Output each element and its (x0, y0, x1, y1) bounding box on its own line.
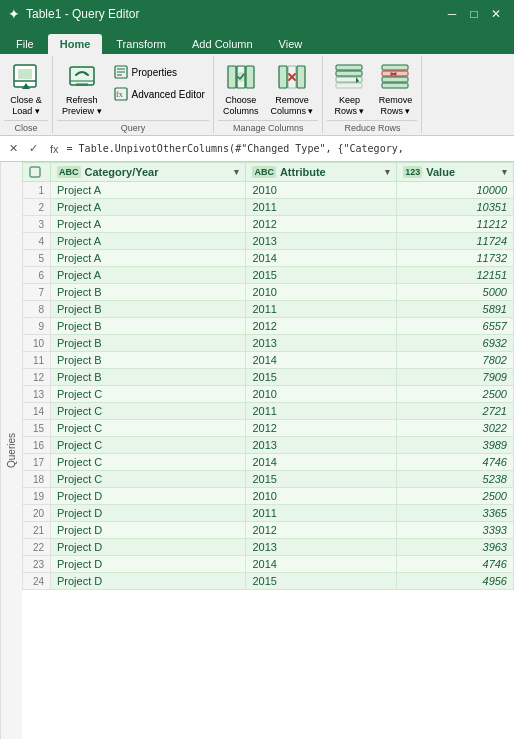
col-filter-category-button[interactable]: ▾ (234, 167, 239, 177)
row-number: 13 (23, 386, 51, 403)
table-row[interactable]: 16Project C20133989 (23, 437, 514, 454)
row-number: 7 (23, 284, 51, 301)
main-area: Queries ABC Category/Year ▾ (0, 162, 514, 739)
close-load-button[interactable]: Close &Load ▾ (4, 58, 48, 120)
ribbon-group-close: Close &Load ▾ Close (0, 56, 53, 133)
col-header-attribute: ABC Attribute ▾ (246, 163, 397, 182)
table-row[interactable]: 20Project D20113365 (23, 505, 514, 522)
query-group-label: Query (57, 120, 209, 133)
cell-value: 3989 (397, 437, 514, 454)
table-row[interactable]: 3Project A201211212 (23, 216, 514, 233)
formula-cancel-button[interactable]: ✕ (4, 140, 22, 158)
table-row[interactable]: 13Project C20102500 (23, 386, 514, 403)
cell-category: Project C (51, 437, 246, 454)
cell-attribute: 2015 (246, 267, 397, 284)
svg-rect-14 (246, 66, 254, 88)
keep-rows-icon (333, 61, 365, 93)
formula-input[interactable] (67, 143, 510, 154)
refresh-preview-button[interactable]: RefreshPreview ▾ (57, 58, 107, 120)
table-row[interactable]: 7Project B20105000 (23, 284, 514, 301)
cell-value: 10000 (397, 182, 514, 199)
table-row[interactable]: 2Project A201110351 (23, 199, 514, 216)
choose-columns-button[interactable]: ChooseColumns (218, 58, 264, 120)
col-type-text-icon: ABC (57, 166, 81, 178)
queries-panel[interactable]: Queries (0, 162, 22, 739)
ribbon-group-query: RefreshPreview ▾ Properties (53, 56, 214, 133)
formula-accept-button[interactable]: ✓ (24, 140, 42, 158)
table-row[interactable]: 22Project D20133963 (23, 539, 514, 556)
table-row[interactable]: 23Project D20144746 (23, 556, 514, 573)
col-header-attribute-label: Attribute (280, 166, 326, 178)
row-number: 23 (23, 556, 51, 573)
tab-transform[interactable]: Transform (104, 34, 178, 54)
ribbon: Close &Load ▾ Close RefreshPreview ▾ (0, 54, 514, 136)
cell-attribute: 2012 (246, 522, 397, 539)
row-number: 17 (23, 454, 51, 471)
row-number: 24 (23, 573, 51, 590)
app-icon: ✦ (8, 6, 20, 22)
col-filter-value-button[interactable]: ▾ (502, 167, 507, 177)
cell-value: 4746 (397, 556, 514, 573)
close-window-button[interactable]: ✕ (486, 4, 506, 24)
svg-rect-3 (70, 67, 94, 85)
table-row[interactable]: 14Project C20112721 (23, 403, 514, 420)
cell-category: Project A (51, 267, 246, 284)
cell-attribute: 2012 (246, 216, 397, 233)
cell-value: 2721 (397, 403, 514, 420)
cell-attribute: 2013 (246, 335, 397, 352)
remove-rows-button[interactable]: RemoveRows ▾ (373, 58, 417, 120)
tab-view[interactable]: View (267, 34, 315, 54)
ribbon-group-reduce-rows: KeepRows ▾ RemoveRows ▾ Reduce Rows (323, 56, 422, 133)
table-area[interactable]: ABC Category/Year ▾ ABC Attribute ▾ (22, 162, 514, 739)
cell-category: Project B (51, 352, 246, 369)
properties-button[interactable]: Properties (109, 62, 209, 82)
svg-rect-12 (228, 66, 236, 88)
table-row[interactable]: 5Project A201411732 (23, 250, 514, 267)
row-number: 18 (23, 471, 51, 488)
table-row[interactable]: 19Project D20102500 (23, 488, 514, 505)
cell-category: Project A (51, 233, 246, 250)
row-number: 10 (23, 335, 51, 352)
table-row[interactable]: 24Project D20154956 (23, 573, 514, 590)
table-row[interactable]: 17Project C20144746 (23, 454, 514, 471)
cell-category: Project B (51, 335, 246, 352)
table-row[interactable]: 8Project B20115891 (23, 301, 514, 318)
cell-category: Project D (51, 556, 246, 573)
table-row[interactable]: 10Project B20136932 (23, 335, 514, 352)
refresh-label: RefreshPreview ▾ (62, 95, 102, 117)
table-row[interactable]: 15Project C20123022 (23, 420, 514, 437)
cell-attribute: 2011 (246, 505, 397, 522)
minimize-button[interactable]: ─ (442, 4, 462, 24)
svg-rect-31 (30, 167, 40, 177)
cell-attribute: 2014 (246, 556, 397, 573)
cell-category: Project D (51, 573, 246, 590)
col-filter-attribute-button[interactable]: ▾ (385, 167, 390, 177)
cell-category: Project C (51, 386, 246, 403)
svg-rect-18 (297, 66, 305, 88)
table-row[interactable]: 12Project B20157909 (23, 369, 514, 386)
keep-rows-button[interactable]: KeepRows ▾ (327, 58, 371, 120)
table-row[interactable]: 4Project A201311724 (23, 233, 514, 250)
table-row[interactable]: 9Project B20126557 (23, 318, 514, 335)
manage-columns-label: Manage Columns (218, 120, 319, 133)
cell-value: 12151 (397, 267, 514, 284)
table-row[interactable]: 1Project A201010000 (23, 182, 514, 199)
row-number: 11 (23, 352, 51, 369)
table-row[interactable]: 21Project D20123393 (23, 522, 514, 539)
advanced-editor-button[interactable]: fx Advanced Editor (109, 84, 209, 104)
table-row[interactable]: 6Project A201512151 (23, 267, 514, 284)
table-row[interactable]: 18Project C20155238 (23, 471, 514, 488)
tab-file[interactable]: File (4, 34, 46, 54)
ribbon-tab-strip: File Home Transform Add Column View (0, 28, 514, 54)
col-header-category-year: ABC Category/Year ▾ (51, 163, 246, 182)
tab-home[interactable]: Home (48, 34, 103, 54)
col-header-value: 123 Value ▾ (397, 163, 514, 182)
cell-category: Project B (51, 284, 246, 301)
table-row[interactable]: 11Project B20147802 (23, 352, 514, 369)
close-group-label: Close (4, 120, 48, 133)
maximize-button[interactable]: □ (464, 4, 484, 24)
row-number: 16 (23, 437, 51, 454)
remove-columns-button[interactable]: RemoveColumns ▾ (265, 58, 318, 120)
cell-attribute: 2010 (246, 182, 397, 199)
tab-add-column[interactable]: Add Column (180, 34, 265, 54)
